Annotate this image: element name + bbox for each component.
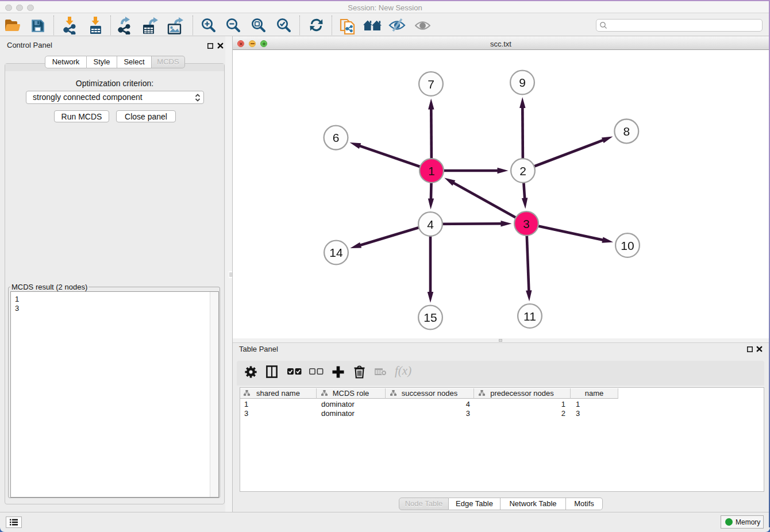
svg-text:14: 14 bbox=[329, 246, 343, 259]
svg-text:10: 10 bbox=[621, 239, 634, 252]
svg-text:8: 8 bbox=[623, 125, 630, 138]
svg-text:2: 2 bbox=[519, 164, 526, 178]
svg-text:11: 11 bbox=[523, 310, 536, 323]
svg-text:9: 9 bbox=[519, 76, 526, 89]
svg-text:4: 4 bbox=[427, 218, 434, 231]
svg-text:6: 6 bbox=[333, 131, 340, 144]
svg-text:3: 3 bbox=[523, 217, 530, 230]
svg-text:7: 7 bbox=[428, 78, 434, 91]
svg-text:1: 1 bbox=[428, 164, 435, 178]
svg-text:15: 15 bbox=[424, 311, 437, 324]
